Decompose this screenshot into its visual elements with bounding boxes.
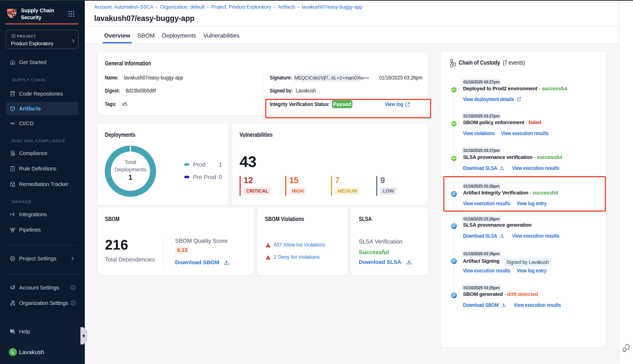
svg-text:?: ? [11, 330, 13, 332]
